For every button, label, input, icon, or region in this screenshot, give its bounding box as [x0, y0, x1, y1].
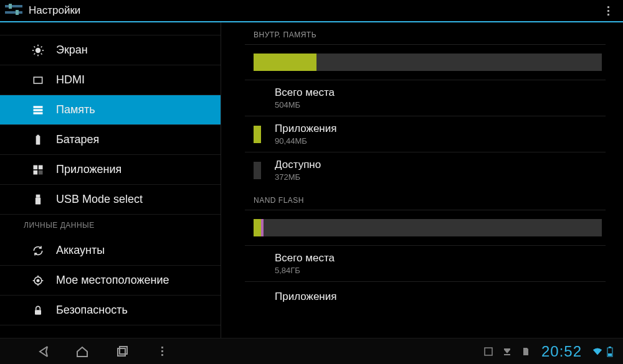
storage-icon: [31, 103, 45, 117]
row-title: Всего места: [275, 86, 335, 99]
storage-row-total[interactable]: Всего места 504МБ: [245, 80, 606, 116]
location-icon: [31, 274, 45, 287]
screenshot-icon[interactable]: [483, 346, 494, 357]
swatch-available: [254, 162, 261, 179]
row-title: Приложения: [275, 291, 336, 303]
battery-status-icon: [604, 346, 616, 357]
apps-icon: [31, 163, 45, 177]
svg-rect-2: [9, 4, 12, 9]
status-icons[interactable]: [592, 346, 616, 357]
nand-storage-bar: [254, 219, 602, 236]
internal-storage-header: ВНУТР. ПАМЯТЬ: [245, 22, 606, 45]
bar-segment-b: [261, 219, 264, 236]
sidebar-item-label: Мое местоположение: [56, 274, 169, 287]
svg-rect-18: [37, 134, 39, 136]
sidebar-item-label: USB Mode select: [56, 193, 143, 206]
svg-rect-32: [118, 348, 125, 356]
sidebar-item-truncated[interactable]: [0, 22, 221, 35]
hdmi-icon: [31, 73, 45, 87]
svg-rect-21: [34, 170, 38, 174]
sidebar-item-label: Экран: [56, 44, 88, 57]
nand-row-apps[interactable]: Приложения: [245, 281, 606, 306]
storage-row-apps[interactable]: Приложения 90,44МБ: [245, 116, 606, 152]
display-icon: [31, 44, 45, 57]
svg-rect-33: [120, 347, 127, 354]
back-button[interactable]: [34, 343, 50, 360]
storage-row-available[interactable]: Доступно 372МБ: [245, 152, 606, 188]
internal-storage-bar: [254, 54, 602, 71]
internal-storage-bar-container: [245, 45, 606, 80]
svg-rect-23: [36, 194, 40, 197]
home-button[interactable]: [74, 343, 90, 360]
sidebar-item-storage[interactable]: Память: [0, 95, 221, 125]
svg-rect-15: [34, 109, 43, 111]
sidebar-item-label: Память: [56, 103, 95, 116]
status-clock[interactable]: 20:52: [541, 343, 582, 360]
svg-rect-1: [5, 11, 22, 14]
sidebar-item-display[interactable]: Экран: [0, 35, 221, 65]
settings-icon: [5, 4, 22, 17]
row-title: Всего места: [275, 252, 335, 264]
sidebar-item-label: Безопасность: [56, 304, 128, 317]
svg-rect-3: [16, 10, 19, 15]
wifi-icon: [592, 346, 603, 357]
page-title: Настройки: [29, 4, 80, 17]
svg-rect-34: [485, 348, 492, 355]
svg-rect-14: [34, 106, 43, 108]
settings-sidebar: Экран HDMI Память Батарея Приложения: [0, 22, 221, 338]
row-sub: 504МБ: [275, 100, 335, 110]
svg-line-7: [34, 46, 36, 47]
svg-rect-19: [34, 165, 38, 169]
svg-rect-35: [504, 354, 510, 355]
row-title: Приложения: [275, 123, 336, 135]
svg-line-11: [34, 53, 36, 54]
sync-icon: [31, 244, 45, 258]
nand-storage-bar-container: [245, 210, 606, 245]
recents-button[interactable]: [114, 343, 130, 360]
svg-line-12: [41, 46, 42, 47]
nav-menu-button[interactable]: [154, 343, 170, 360]
svg-rect-20: [39, 165, 43, 169]
swatch-apps: [254, 126, 261, 143]
sidebar-item-label: Приложения: [56, 163, 121, 176]
sidebar-item-battery[interactable]: Батарея: [0, 125, 221, 155]
sidebar-item-hdmi[interactable]: HDMI: [0, 65, 221, 95]
svg-line-8: [41, 53, 42, 54]
nand-storage-header: NAND FLASH: [245, 188, 606, 210]
sidebar-item-security[interactable]: Безопасность: [0, 296, 221, 325]
sidebar-item-label: Аккаунты: [56, 244, 105, 257]
svg-rect-38: [608, 353, 612, 356]
bar-segment-apps: [254, 54, 316, 71]
svg-rect-13: [34, 77, 42, 83]
sidebar-section-personal: ЛИЧНЫЕ ДАННЫЕ: [0, 215, 221, 236]
svg-rect-22: [39, 170, 43, 174]
row-sub: 90,44МБ: [275, 136, 336, 146]
app-header: Настройки: [0, 0, 623, 22]
svg-rect-16: [34, 112, 43, 114]
overflow-menu-button[interactable]: [599, 1, 618, 21]
battery-icon: [31, 133, 45, 147]
sidebar-item-label: HDMI: [56, 73, 85, 86]
storage-panel: ВНУТР. ПАМЯТЬ Всего места 504МБ Приложен…: [221, 22, 623, 338]
sidebar-item-usb[interactable]: USB Mode select: [0, 185, 221, 215]
svg-rect-17: [36, 136, 40, 144]
system-navbar: 20:52: [0, 338, 623, 364]
bar-segment-a: [254, 219, 261, 236]
svg-point-4: [36, 47, 40, 52]
sd-icon[interactable]: [520, 346, 531, 357]
row-sub: 372МБ: [275, 172, 321, 182]
svg-rect-24: [36, 197, 40, 204]
sidebar-item-accounts[interactable]: Аккаунты: [0, 236, 221, 266]
download-icon[interactable]: [502, 346, 513, 357]
lock-icon: [31, 304, 45, 317]
sidebar-item-location[interactable]: Мое местоположение: [0, 266, 221, 296]
nand-row-total[interactable]: Всего места 5,84ГБ: [245, 245, 606, 281]
svg-rect-0: [5, 5, 22, 7]
svg-rect-37: [609, 347, 611, 348]
usb-icon: [31, 193, 45, 207]
svg-rect-31: [35, 310, 41, 315]
svg-point-26: [37, 279, 39, 281]
sidebar-item-apps[interactable]: Приложения: [0, 155, 221, 185]
row-sub: 5,84ГБ: [275, 266, 335, 275]
sidebar-item-label: Батарея: [56, 133, 99, 146]
